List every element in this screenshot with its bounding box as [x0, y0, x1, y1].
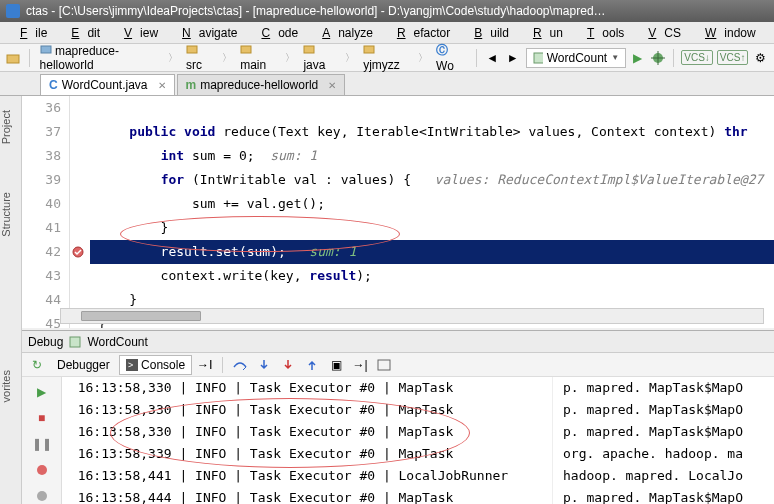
window-title: ctas - [C:\Users\jimmy\IdeaProjects\ctas… [26, 0, 606, 22]
menu-refactor[interactable]: Refactor [381, 26, 458, 40]
breadcrumb-item[interactable]: yjmyzz [359, 42, 414, 73]
stop-icon[interactable]: ■ [31, 407, 53, 429]
line-number[interactable]: 36 [22, 96, 61, 120]
menu-window[interactable]: Window [689, 26, 764, 40]
svg-rect-14 [378, 360, 390, 370]
line-number[interactable]: 41 [22, 216, 61, 240]
run-config-label: WordCount [547, 51, 607, 65]
breadcrumb-item[interactable]: java [299, 42, 341, 73]
close-tab-icon[interactable]: ✕ [328, 80, 336, 91]
log-line: 16:13:58,441 | INFO | Task Executor #0 |… [62, 465, 774, 487]
rerun-icon[interactable]: ▶ [31, 381, 53, 403]
breadcrumb-item[interactable]: main [236, 42, 281, 73]
svg-rect-4 [304, 46, 314, 53]
svg-rect-2 [187, 46, 197, 53]
pause-icon[interactable]: ❚❚ [31, 433, 53, 455]
back-icon[interactable]: ◄ [483, 48, 502, 68]
evaluate-icon[interactable] [373, 355, 395, 375]
code-line[interactable]: sum += val.get(); [90, 192, 774, 216]
menu-navigate[interactable]: Navigate [166, 26, 245, 40]
debug-label: Debug [28, 335, 63, 349]
svg-point-16 [37, 491, 47, 501]
line-number[interactable]: 39 [22, 168, 61, 192]
code-line[interactable]: int sum = 0; sum: 1 [90, 144, 774, 168]
line-number[interactable]: 42 [22, 240, 61, 264]
breadcrumb-item[interactable]: Ⓒ Wo [432, 41, 470, 74]
line-number[interactable]: 43 [22, 264, 61, 288]
force-step-into-icon[interactable] [277, 355, 299, 375]
run-config-selector[interactable]: WordCount ▼ [526, 48, 626, 68]
code-line[interactable]: for (IntWritable val : values) { values:… [90, 168, 774, 192]
menu-help[interactable]: Help [764, 26, 774, 40]
main-toolbar: mapreduce-helloworld〉 src〉 main〉 java〉 y… [0, 44, 774, 72]
debug-icon[interactable] [649, 48, 668, 68]
settings-icon[interactable]: ⚙ [751, 48, 770, 68]
run-icon[interactable]: ▶ [628, 48, 647, 68]
open-icon[interactable] [4, 48, 23, 68]
structure-tool-label[interactable]: Structure [0, 188, 12, 241]
menu-analyze[interactable]: Analyze [306, 26, 381, 40]
code-area[interactable]: public void reduce(Text key, Iterable<In… [90, 96, 774, 328]
left-tool-panel-bottom: vorites [0, 356, 22, 504]
menu-code[interactable]: Code [245, 26, 306, 40]
breadcrumb-item[interactable]: mapreduce-helloworld [36, 42, 164, 73]
step-over-icon[interactable] [229, 355, 251, 375]
line-number[interactable]: 37 [22, 120, 61, 144]
code-line[interactable]: public void reduce(Text key, Iterable<In… [90, 120, 774, 144]
editor-tab[interactable]: mmapreduce-helloworld✕ [177, 74, 346, 95]
debug-side-toolbar: ▶ ■ ❚❚ [22, 377, 62, 504]
resume-icon[interactable]: ↻ [26, 355, 48, 375]
debug-config-icon [69, 336, 81, 348]
svg-rect-11 [70, 337, 80, 347]
vcs-commit-icon[interactable]: VCS↑ [717, 50, 749, 65]
menu-tools[interactable]: Tools [571, 26, 632, 40]
breakpoint-icon[interactable] [72, 246, 84, 258]
menu-edit[interactable]: Edit [55, 26, 108, 40]
code-line[interactable]: context.write(key, result); [90, 264, 774, 288]
svg-rect-0 [7, 55, 19, 63]
app-logo [6, 4, 20, 18]
horizontal-scrollbar[interactable] [60, 308, 764, 324]
console-tab[interactable]: > Console [119, 355, 192, 375]
breadcrumb-item[interactable]: src [182, 42, 218, 73]
svg-text:>: > [128, 360, 133, 370]
step-into-icon[interactable] [253, 355, 275, 375]
svg-rect-3 [241, 46, 251, 53]
run-to-cursor-icon[interactable]: →| [349, 355, 371, 375]
breadcrumb: mapreduce-helloworld〉 src〉 main〉 java〉 y… [36, 41, 470, 74]
editor-tab[interactable]: CWordCount.java✕ [40, 74, 175, 95]
file-type-icon: C [49, 78, 58, 92]
scrollbar-thumb[interactable] [81, 311, 201, 321]
drop-frame-icon[interactable]: ▣ [325, 355, 347, 375]
debug-header: Debug WordCount [22, 331, 774, 353]
log-line: 16:13:58,330 | INFO | Task Executor #0 |… [62, 421, 774, 443]
show-exec-icon[interactable]: →Ⅰ [194, 355, 216, 375]
line-number[interactable]: 45 [22, 312, 61, 328]
left-tool-panel: Project Structure [0, 96, 22, 356]
close-tab-icon[interactable]: ✕ [158, 80, 166, 91]
line-number[interactable]: 44 [22, 288, 61, 312]
menu-vcs[interactable]: VCS [632, 26, 689, 40]
code-line[interactable]: } [90, 216, 774, 240]
menu-view[interactable]: View [108, 26, 166, 40]
code-editor[interactable]: 36373839404142434445 public void reduce(… [22, 96, 774, 328]
code-line[interactable] [90, 96, 774, 120]
line-number[interactable]: 40 [22, 192, 61, 216]
code-line[interactable]: result.set(sum); sum: 1 [90, 240, 774, 264]
project-tool-label[interactable]: Project [0, 106, 12, 148]
favorites-tool-label[interactable]: vorites [0, 366, 12, 406]
svg-point-15 [37, 465, 47, 475]
forward-icon[interactable]: ► [503, 48, 522, 68]
menu-file[interactable]: File [4, 26, 55, 40]
vcs-update-icon[interactable]: VCS↓ [681, 50, 713, 65]
step-out-icon[interactable] [301, 355, 323, 375]
menu-build[interactable]: Build [458, 26, 517, 40]
line-number[interactable]: 38 [22, 144, 61, 168]
menu-run[interactable]: Run [517, 26, 571, 40]
title-bar: ctas - [C:\Users\jimmy\IdeaProjects\ctas… [0, 0, 774, 22]
mute-breakpoints-icon[interactable] [31, 485, 53, 504]
view-breakpoints-icon[interactable] [31, 459, 53, 481]
debugger-tab[interactable]: Debugger [50, 355, 117, 375]
svg-rect-5 [364, 46, 374, 53]
console-output[interactable]: 16:13:58,330 | INFO | Task Executor #0 |… [62, 377, 774, 504]
